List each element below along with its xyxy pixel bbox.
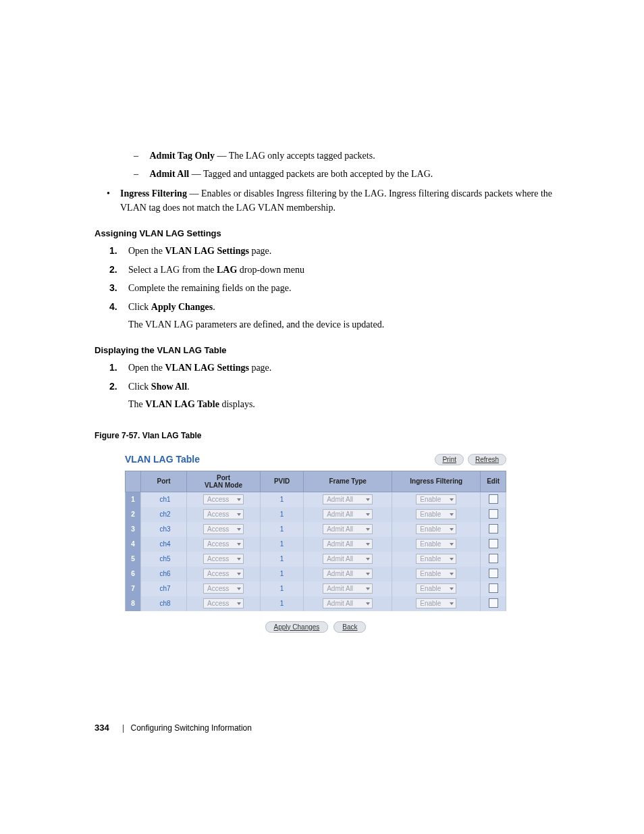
col-frame-type: Frame Type bbox=[304, 471, 392, 492]
port-link[interactable]: ch8 bbox=[141, 596, 187, 611]
edit-checkbox[interactable] bbox=[489, 598, 498, 608]
vlan-lag-panel: VLAN LAG Table Print Refresh Port Port V… bbox=[125, 454, 506, 631]
chevron-down-icon bbox=[237, 498, 241, 501]
vlan-mode-cell: Access bbox=[187, 537, 261, 552]
ingress-cell: Enable bbox=[392, 581, 481, 596]
vlan-mode-select[interactable]: Access bbox=[203, 554, 244, 564]
pvid-value: 1 bbox=[261, 596, 304, 611]
result-text: The VLAN LAG parameters are defined, and… bbox=[128, 317, 563, 332]
panel-bottom-actions: Apply Changes Back bbox=[125, 621, 506, 631]
ingress-select[interactable]: Enable bbox=[416, 583, 456, 594]
vlan-mode-select[interactable]: Access bbox=[203, 598, 244, 608]
pvid-value: 1 bbox=[261, 567, 304, 581]
ingress-select[interactable]: Enable bbox=[416, 494, 456, 504]
chevron-down-icon bbox=[366, 498, 370, 501]
label: Admit Tag Only bbox=[150, 151, 215, 161]
frame-type-cell: Admit All bbox=[304, 522, 392, 537]
figure-caption: Figure 7-57. Vlan LAG Table bbox=[95, 431, 563, 440]
panel-actions: Print Refresh bbox=[435, 454, 506, 465]
edit-cell bbox=[481, 492, 506, 507]
chevron-down-icon bbox=[237, 513, 241, 516]
print-button[interactable]: Print bbox=[435, 454, 464, 465]
ingress-select[interactable]: Enable bbox=[416, 539, 456, 549]
edit-checkbox[interactable] bbox=[489, 524, 498, 533]
ingress-select[interactable]: Enable bbox=[416, 569, 456, 579]
back-button[interactable]: Back bbox=[333, 621, 366, 633]
footer-separator: | bbox=[122, 723, 124, 733]
row-number: 2 bbox=[126, 507, 141, 522]
table-row: 4ch4Access1Admit AllEnable bbox=[126, 537, 506, 552]
text: — The LAG only accepts tagged packets. bbox=[215, 151, 375, 161]
bullet-admit-tag-only: Admit Tag Only — The LAG only accepts ta… bbox=[134, 149, 563, 163]
vlan-mode-select[interactable]: Access bbox=[203, 583, 244, 594]
numbered-list-1: Open the VLAN LAG Settings page. Select … bbox=[109, 244, 563, 332]
vlan-mode-select[interactable]: Access bbox=[203, 509, 244, 519]
port-link[interactable]: ch3 bbox=[141, 522, 187, 537]
port-link[interactable]: ch7 bbox=[141, 581, 187, 596]
col-vlan-mode: Port VLAN Mode bbox=[187, 471, 261, 492]
vlan-mode-select[interactable]: Access bbox=[203, 539, 244, 549]
frame-type-select[interactable]: Admit All bbox=[323, 524, 373, 534]
step-1-1: Open the VLAN LAG Settings page. bbox=[109, 244, 563, 259]
vlan-lag-table: Port Port VLAN Mode PVID Frame Type Ingr… bbox=[125, 471, 506, 611]
table-row: 1ch1Access1Admit AllEnable bbox=[126, 492, 506, 507]
frame-type-select[interactable]: Admit All bbox=[323, 494, 373, 504]
vlan-mode-select[interactable]: Access bbox=[203, 524, 244, 534]
frame-type-cell: Admit All bbox=[304, 567, 392, 581]
edit-cell bbox=[481, 552, 506, 567]
edit-cell bbox=[481, 537, 506, 552]
edit-checkbox[interactable] bbox=[489, 509, 498, 519]
table-row: 7ch7Access1Admit AllEnable bbox=[126, 581, 506, 596]
edit-cell bbox=[481, 507, 506, 522]
chevron-down-icon bbox=[366, 528, 370, 531]
frame-type-select[interactable]: Admit All bbox=[323, 554, 373, 564]
chevron-down-icon bbox=[366, 558, 370, 561]
refresh-button[interactable]: Refresh bbox=[468, 454, 506, 465]
vlan-mode-select[interactable]: Access bbox=[203, 569, 244, 579]
ingress-select[interactable]: Enable bbox=[416, 524, 456, 534]
edit-checkbox[interactable] bbox=[489, 494, 498, 504]
frame-type-select[interactable]: Admit All bbox=[323, 598, 373, 608]
edit-checkbox[interactable] bbox=[489, 539, 498, 548]
port-link[interactable]: ch6 bbox=[141, 567, 187, 581]
bullet-ingress-filtering: Ingress Filtering — Enables or disables … bbox=[107, 186, 563, 215]
chevron-down-icon bbox=[237, 602, 241, 605]
frame-type-select[interactable]: Admit All bbox=[323, 569, 373, 579]
row-number: 6 bbox=[126, 567, 141, 581]
chevron-down-icon bbox=[237, 573, 241, 575]
port-link[interactable]: ch4 bbox=[141, 537, 187, 552]
frame-type-select[interactable]: Admit All bbox=[323, 539, 373, 549]
edit-checkbox[interactable] bbox=[489, 583, 498, 593]
frame-type-select[interactable]: Admit All bbox=[323, 509, 373, 519]
vlan-mode-cell: Access bbox=[187, 507, 261, 522]
ingress-select[interactable]: Enable bbox=[416, 598, 456, 608]
vlan-mode-select[interactable]: Access bbox=[203, 494, 244, 504]
table-row: 5ch5Access1Admit AllEnable bbox=[126, 552, 506, 567]
panel-header: VLAN LAG Table Print Refresh bbox=[125, 454, 506, 465]
chevron-down-icon bbox=[450, 513, 454, 516]
ingress-select[interactable]: Enable bbox=[416, 509, 456, 519]
chevron-down-icon bbox=[366, 513, 370, 516]
step-1-4: Click Apply Changes. The VLAN LAG parame… bbox=[109, 300, 563, 332]
port-link[interactable]: ch2 bbox=[141, 507, 187, 522]
vlan-mode-cell: Access bbox=[187, 596, 261, 611]
edit-checkbox[interactable] bbox=[489, 569, 498, 578]
ingress-select[interactable]: Enable bbox=[416, 554, 456, 564]
frame-type-cell: Admit All bbox=[304, 537, 392, 552]
chevron-down-icon bbox=[366, 588, 370, 590]
table-row: 6ch6Access1Admit AllEnable bbox=[126, 567, 506, 581]
ingress-cell: Enable bbox=[392, 537, 481, 552]
chevron-down-icon bbox=[450, 588, 454, 590]
apply-changes-button[interactable]: Apply Changes bbox=[265, 621, 329, 633]
chevron-down-icon bbox=[366, 602, 370, 605]
chevron-down-icon bbox=[237, 558, 241, 561]
edit-cell bbox=[481, 522, 506, 537]
ingress-cell: Enable bbox=[392, 522, 481, 537]
pvid-value: 1 bbox=[261, 537, 304, 552]
frame-type-select[interactable]: Admit All bbox=[323, 583, 373, 594]
frame-type-cell: Admit All bbox=[304, 507, 392, 522]
edit-checkbox[interactable] bbox=[489, 554, 498, 563]
port-link[interactable]: ch5 bbox=[141, 552, 187, 567]
port-link[interactable]: ch1 bbox=[141, 492, 187, 507]
chapter-title: Configuring Switching Information bbox=[131, 723, 252, 733]
